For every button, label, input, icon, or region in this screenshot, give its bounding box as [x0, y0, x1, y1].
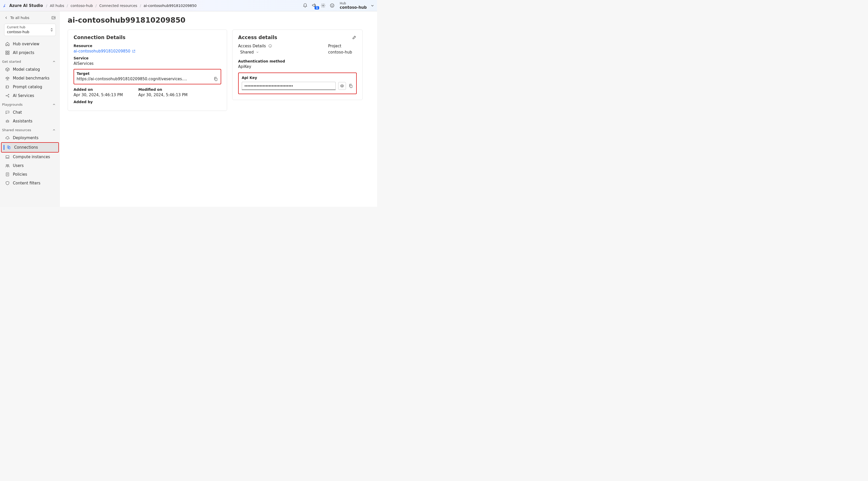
section-title: Playgrounds: [2, 102, 23, 107]
sidebar-item-chat[interactable]: Chat: [0, 108, 60, 117]
value-service: AIServices: [73, 61, 221, 66]
reveal-button[interactable]: [338, 82, 346, 90]
chat-icon: [5, 110, 10, 115]
chevron-up-icon: [52, 102, 56, 106]
back-label: To all hubs: [10, 16, 29, 20]
label-modified-on: Modified on: [138, 87, 188, 92]
sidebar-item-users[interactable]: Users: [0, 161, 60, 170]
flow-icon: [5, 93, 10, 98]
hub-selector-value: contoso-hub: [7, 30, 29, 34]
value-added-on: Apr 30, 2024, 5:46:13 PM: [73, 93, 123, 97]
breadcrumb: / All hubs / contoso-hub / Connected res…: [46, 4, 196, 8]
chevron-up-icon: [52, 128, 56, 132]
card-heading: Connection Details: [73, 34, 221, 40]
shield-icon: [5, 181, 10, 185]
svg-rect-6: [6, 51, 7, 52]
api-key-field[interactable]: [242, 82, 336, 90]
svg-rect-14: [6, 120, 9, 122]
label-project: Project: [328, 44, 352, 48]
value-target: https://ai-contosohub991810209850.cognit…: [76, 77, 187, 81]
breadcrumb-item[interactable]: All hubs: [50, 4, 64, 8]
announcement-count: 1: [314, 6, 319, 9]
info-icon[interactable]: [268, 44, 272, 48]
label-auth-method: Authentication method: [238, 59, 357, 63]
spark-icon: [5, 85, 10, 89]
brand[interactable]: Azure AI Studio: [3, 3, 43, 8]
svg-point-21: [8, 164, 9, 166]
hub-selector-top[interactable]: Hub contoso-hub: [340, 2, 367, 10]
hub-label: Hub: [340, 2, 346, 5]
svg-rect-9: [8, 53, 9, 54]
card-access-details: Access details Access Details Shared: [232, 30, 363, 100]
sidebar-item-deployments[interactable]: Deployments: [0, 133, 60, 142]
svg-point-11: [6, 95, 7, 96]
sidebar-item-connections[interactable]: Connections: [2, 143, 58, 152]
sort-icon: [51, 28, 53, 32]
sidebar-item-label: Compute instances: [13, 155, 50, 159]
breadcrumb-item[interactable]: Connected resources: [99, 4, 137, 8]
api-key-input[interactable]: [245, 84, 333, 88]
sidebar-item-label: Hub overview: [13, 42, 39, 46]
sidebar-item-label: Assistants: [13, 119, 32, 123]
sidebar-item-prompt-catalog[interactable]: Prompt catalog: [0, 83, 60, 91]
resource-link[interactable]: ai-contosohub991810209850: [73, 49, 135, 54]
svg-point-25: [342, 85, 343, 86]
gear-icon[interactable]: [321, 3, 326, 8]
value-auth-method: ApiKey: [238, 64, 357, 69]
breadcrumb-item[interactable]: contoso-hub: [70, 4, 93, 8]
smile-icon[interactable]: [330, 3, 335, 8]
sidebar-item-label: AI Services: [13, 93, 34, 98]
sidebar-item-content-filters[interactable]: Content filters: [0, 179, 60, 187]
sidebar-item-model-benchmarks[interactable]: Model benchmarks: [0, 74, 60, 83]
breadcrumb-item-current: ai-contosohub991810209850: [144, 4, 196, 8]
label-access-details: Access Details: [238, 44, 300, 48]
copy-icon[interactable]: [214, 77, 218, 81]
svg-point-16: [8, 121, 8, 122]
sidebar-item-label: Chat: [13, 110, 22, 115]
label-resource: Resource: [73, 44, 221, 48]
svg-rect-7: [8, 51, 9, 52]
sidebar-item-assistants[interactable]: Assistants: [0, 117, 60, 125]
sidebar-section-playgrounds[interactable]: Playgrounds: [0, 100, 60, 108]
sidebar-item-policies[interactable]: Policies: [0, 170, 60, 179]
back-to-hubs[interactable]: To all hubs: [4, 16, 29, 20]
hub-selector-label: Current hub: [7, 26, 29, 30]
announcement-icon[interactable]: 1: [312, 3, 317, 8]
sidebar-item-label: Deployments: [13, 136, 38, 140]
box-icon: [5, 67, 10, 72]
sidebar-item-all-projects[interactable]: All projects: [0, 48, 60, 57]
value-modified-on: Apr 30, 2024, 5:46:13 PM: [138, 93, 188, 97]
topbar-actions: 1: [303, 3, 335, 8]
external-link-icon: [132, 50, 135, 53]
label-api-key: Api Key: [242, 76, 353, 80]
sidebar: To all hubs Current hub contoso-hub Hub …: [0, 11, 60, 207]
highlight-box-api-key: Api Key: [238, 72, 357, 94]
section-title: Shared resources: [2, 128, 31, 132]
sidebar-item-ai-services[interactable]: AI Services: [0, 91, 60, 100]
sidebar-item-label: Model catalog: [13, 67, 40, 72]
panel-collapse-icon[interactable]: [51, 16, 56, 20]
svg-rect-23: [215, 78, 217, 81]
sidebar-item-compute-instances[interactable]: Compute instances: [0, 153, 60, 161]
chevron-down-icon: [256, 51, 259, 54]
svg-point-1: [330, 4, 334, 7]
hub-selector[interactable]: Current hub contoso-hub: [4, 24, 56, 36]
home-icon: [5, 42, 10, 46]
sidebar-section-shared-resources[interactable]: Shared resources: [0, 125, 60, 133]
sidebar-section-get-started[interactable]: Get started: [0, 57, 60, 65]
plug-icon: [6, 145, 11, 150]
sidebar-item-model-catalog[interactable]: Model catalog: [0, 65, 60, 74]
card-heading: Access details: [238, 34, 277, 40]
access-shared-select[interactable]: Shared: [240, 50, 259, 55]
copy-icon[interactable]: [348, 84, 353, 88]
section-title: Get started: [2, 60, 21, 63]
chevron-down-icon[interactable]: [370, 4, 374, 8]
edit-icon[interactable]: [352, 35, 357, 40]
label-added-by: Added by: [73, 100, 221, 104]
bell-icon[interactable]: [303, 3, 308, 8]
sidebar-item-hub-overview[interactable]: Hub overview: [0, 40, 60, 48]
label-target: Target: [76, 71, 218, 76]
svg-point-13: [8, 96, 9, 97]
svg-point-15: [7, 121, 7, 122]
cloud-icon: [5, 136, 10, 140]
